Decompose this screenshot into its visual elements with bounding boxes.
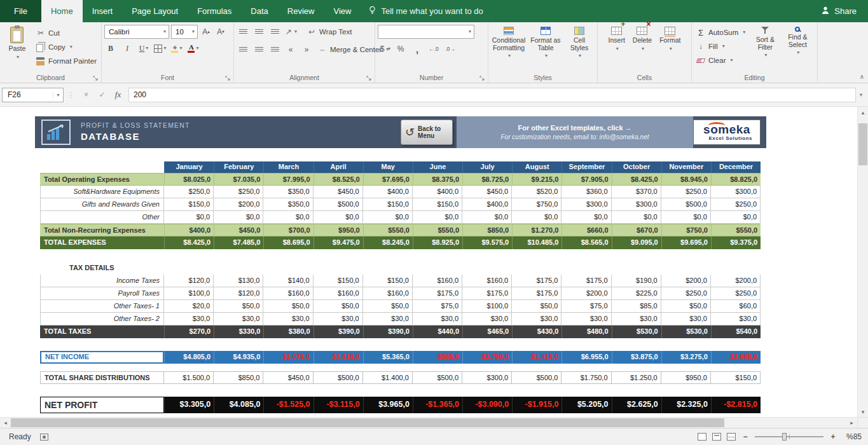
underline-button[interactable]: U▾ <box>137 42 150 55</box>
value-cell[interactable]: $750,0 <box>512 198 561 211</box>
value-cell[interactable]: $140,0 <box>263 275 313 287</box>
orientation-button[interactable]: ▾ <box>284 25 297 38</box>
row-label-cell[interactable]: TAX DETAILS <box>40 262 118 275</box>
macro-record-icon[interactable] <box>40 434 48 441</box>
percent-style-button[interactable] <box>394 43 407 55</box>
value-cell[interactable]: $250,0 <box>711 198 761 211</box>
value-cell[interactable]: $8.525,0 <box>313 173 363 186</box>
value-cell[interactable]: $0,0 <box>263 211 313 224</box>
value-cell[interactable]: $30,0 <box>561 313 611 325</box>
value-cell[interactable]: $7.695,0 <box>363 173 413 186</box>
row-label-cell[interactable]: Gifts and Rewards Given <box>40 198 164 211</box>
zoom-out-icon[interactable]: − <box>741 432 749 441</box>
align-right-button[interactable] <box>268 43 281 56</box>
value-cell[interactable]: $330,0 <box>214 325 263 338</box>
value-cell[interactable]: $30,0 <box>661 313 711 325</box>
comma-style-button[interactable] <box>411 43 424 55</box>
normal-view-icon[interactable] <box>698 433 706 441</box>
row-label-cell[interactable]: Other Taxes- 2 <box>40 313 164 325</box>
horizontal-scrollbar[interactable]: ◂ ▸ <box>0 417 857 428</box>
value-cell[interactable]: $670,0 <box>612 224 661 236</box>
autosum-button[interactable]: AutoSum▾ <box>694 25 747 39</box>
tab-file[interactable]: File <box>0 0 41 22</box>
value-cell[interactable]: $8.725,0 <box>462 173 512 186</box>
row-label-cell[interactable]: TOTAL TAXES <box>40 325 164 338</box>
value-cell[interactable]: $150,0 <box>164 198 214 211</box>
horizontal-scroll-thumb[interactable] <box>11 418 724 427</box>
zoom-slider-thumb[interactable] <box>782 433 787 441</box>
increase-font-size-button[interactable]: A▴ <box>200 25 212 38</box>
tab-home[interactable]: Home <box>41 0 83 22</box>
zoom-level[interactable]: %85 <box>843 432 862 441</box>
row-label-cell[interactable]: TOTAL SHARE DISTRIBUTIONS <box>40 371 164 384</box>
value-cell[interactable]: $175,0 <box>413 287 462 300</box>
cut-button[interactable]: Cut <box>34 26 99 40</box>
confirm-entry-icon[interactable]: ✓ <box>94 88 110 102</box>
value-cell[interactable]: -$2.790,0 <box>462 351 512 364</box>
value-cell[interactable]: -$3.115,0 <box>313 397 363 413</box>
value-cell[interactable]: -$1.915,0 <box>512 397 561 413</box>
value-cell[interactable]: $7.035,0 <box>214 173 263 186</box>
tell-me-box[interactable]: Tell me what you want to do <box>368 0 483 22</box>
value-cell[interactable]: $700,0 <box>263 224 313 236</box>
value-cell[interactable]: $4.085,0 <box>214 397 263 413</box>
row-label-cell[interactable]: Total Operating Expenses <box>40 173 164 186</box>
value-cell[interactable]: $1.400,0 <box>363 371 413 384</box>
value-cell[interactable]: $150,0 <box>363 198 413 211</box>
value-cell[interactable]: $7.905,0 <box>561 173 611 186</box>
insert-function-icon[interactable]: fx <box>110 88 126 102</box>
value-cell[interactable]: $480,0 <box>561 325 611 338</box>
value-cell[interactable]: $20,0 <box>164 300 214 313</box>
font-name-combo[interactable]: Calibri▾ <box>104 25 169 39</box>
value-cell[interactable]: $400,0 <box>413 186 462 198</box>
value-cell[interactable]: $130,0 <box>214 275 263 287</box>
value-cell[interactable]: $8.945,0 <box>661 173 711 186</box>
value-cell[interactable]: $440,0 <box>413 325 462 338</box>
find-select-button[interactable]: Find & Select▾ <box>783 25 812 72</box>
value-cell[interactable]: $175,0 <box>512 275 561 287</box>
formula-input[interactable]: 200 <box>128 88 856 102</box>
value-cell[interactable]: $2.325,0 <box>661 397 711 413</box>
scroll-right-icon[interactable]: ▸ <box>846 418 857 428</box>
value-cell[interactable]: $520,0 <box>512 186 561 198</box>
value-cell[interactable]: $0,0 <box>561 211 611 224</box>
value-cell[interactable]: $250,0 <box>711 287 761 300</box>
value-cell[interactable]: $60,0 <box>711 300 761 313</box>
zoom-slider[interactable] <box>755 436 823 437</box>
month-header-cell[interactable]: January <box>164 161 214 173</box>
value-cell[interactable]: $8.245,0 <box>363 236 413 249</box>
spreadsheet-area[interactable]: PROFIT & LOSS STATEMENT DATABASE ↺ Back … <box>0 107 857 417</box>
value-cell[interactable]: $7.995,0 <box>263 173 313 186</box>
vertical-scrollbar[interactable]: ▴ ▾ <box>857 107 868 417</box>
value-cell[interactable]: $450,0 <box>313 186 363 198</box>
tab-insert[interactable]: Insert <box>83 0 123 22</box>
font-color-button[interactable]: ▾ <box>187 42 200 55</box>
accounting-format-button[interactable]: ▾ <box>378 43 390 55</box>
value-cell[interactable]: $550,0 <box>363 224 413 236</box>
value-cell[interactable]: $4.935,0 <box>214 351 263 364</box>
value-cell[interactable]: $500,0 <box>313 371 363 384</box>
value-cell[interactable]: $30,0 <box>313 313 363 325</box>
number-format-combo[interactable]: ▾ <box>378 25 474 39</box>
value-cell[interactable]: $150,0 <box>413 198 462 211</box>
value-cell[interactable]: $175,0 <box>512 287 561 300</box>
row-label-cell[interactable]: Soft&Hardware Equipments <box>40 186 164 198</box>
value-cell[interactable]: $0,0 <box>661 211 711 224</box>
value-cell[interactable]: $450,0 <box>263 371 313 384</box>
value-cell[interactable]: $190,0 <box>612 275 661 287</box>
value-cell[interactable]: $200,0 <box>561 287 611 300</box>
scroll-left-icon[interactable]: ◂ <box>0 418 11 428</box>
value-cell[interactable]: $50,0 <box>263 300 313 313</box>
value-cell[interactable]: $8.925,0 <box>413 236 462 249</box>
month-header-cell[interactable]: March <box>263 161 313 173</box>
value-cell[interactable]: $400,0 <box>363 186 413 198</box>
value-cell[interactable]: $9.695,0 <box>661 236 711 249</box>
value-cell[interactable]: $30,0 <box>462 313 512 325</box>
value-cell[interactable]: $450,0 <box>214 224 263 236</box>
row-label-cell[interactable]: NET PROFIT <box>40 397 164 413</box>
value-cell[interactable]: $500,0 <box>313 198 363 211</box>
value-cell[interactable]: $300,0 <box>561 198 611 211</box>
sort-filter-button[interactable]: Sort & Filter▾ <box>750 25 780 72</box>
value-cell[interactable]: -$1.365,0 <box>413 397 462 413</box>
promo-email-text[interactable]: For customization needs, email to: info@… <box>500 134 649 140</box>
